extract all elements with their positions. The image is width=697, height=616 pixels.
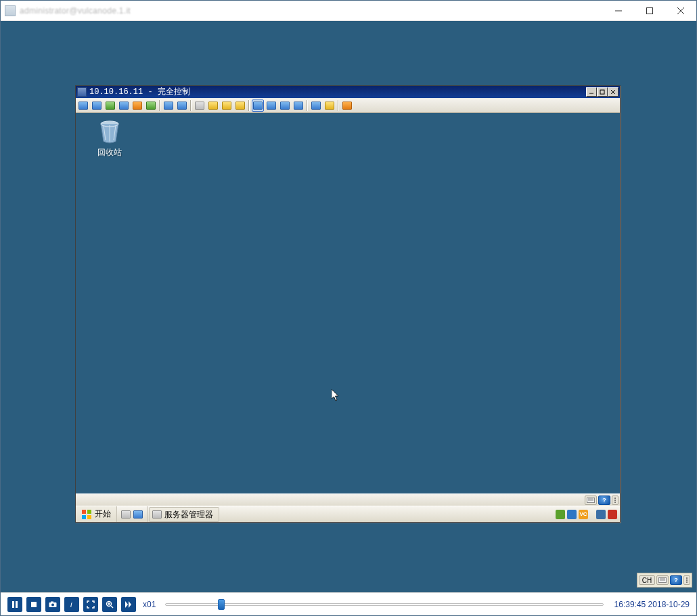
folder-icon[interactable] — [221, 100, 233, 112]
svg-rect-31 — [51, 601, 53, 602]
app-icon — [5, 5, 16, 16]
snapshot-button[interactable] — [45, 597, 60, 612]
progress-slider[interactable] — [165, 598, 603, 611]
options-icon[interactable] — [612, 496, 619, 505]
screen-icon[interactable] — [91, 100, 103, 112]
slider-thumb[interactable] — [218, 599, 225, 610]
taskbar-item[interactable]: 服务器管理器 — [149, 507, 219, 522]
inner-minimize-button[interactable] — [586, 87, 597, 97]
scale-icon[interactable] — [279, 100, 291, 112]
taskbar-item-label: 服务器管理器 — [164, 509, 213, 521]
tray-shield-icon[interactable] — [556, 510, 565, 519]
receive-icon[interactable] — [118, 100, 130, 112]
window-controls — [603, 1, 696, 20]
fullscreen-icon[interactable] — [265, 100, 277, 112]
chat-icon[interactable] — [176, 100, 188, 112]
svg-rect-17 — [87, 510, 91, 514]
phone-icon[interactable] — [162, 100, 175, 112]
stop-button[interactable] — [26, 597, 41, 612]
power-icon[interactable] — [131, 100, 143, 112]
outer-desktop-area: 10.10.16.11 - 完全控制 — [1, 21, 696, 592]
svg-point-30 — [51, 603, 54, 606]
close-button[interactable] — [665, 1, 696, 20]
toolbar-separator — [338, 100, 339, 111]
outer-lang-panel: CH ? — [637, 573, 692, 588]
fast-forward-button[interactable] — [121, 597, 136, 612]
svg-point-14 — [614, 500, 616, 501]
fit-icon[interactable] — [292, 100, 305, 112]
zoom-button[interactable] — [102, 597, 117, 612]
svg-text:i: i — [70, 600, 72, 609]
recycle-bin-glyph — [96, 118, 123, 146]
pause-button[interactable] — [7, 597, 22, 612]
stop-icon[interactable] — [341, 100, 353, 112]
tray-network-icon[interactable] — [567, 510, 577, 519]
svg-rect-27 — [16, 601, 18, 608]
keyboard-icon[interactable] — [585, 496, 597, 505]
desktop-icon[interactable] — [133, 510, 143, 519]
fullscreen-button[interactable] — [83, 597, 98, 612]
tray-alert-icon[interactable] — [608, 510, 617, 519]
quick-launch — [117, 506, 148, 522]
svg-rect-16 — [82, 510, 86, 514]
window-mode-icon[interactable] — [252, 100, 264, 112]
server-manager-icon — [152, 510, 162, 519]
monitor-icon[interactable] — [77, 100, 89, 112]
toolbar-separator — [190, 100, 192, 111]
svg-point-25 — [686, 581, 688, 583]
inner-titlebar[interactable]: 10.10.16.11 - 完全控制 — [76, 86, 620, 98]
svg-point-13 — [614, 498, 616, 499]
inner-close-button[interactable] — [608, 87, 619, 97]
send-icon[interactable] — [104, 100, 116, 112]
inner-maximize-button[interactable] — [597, 87, 608, 97]
clipboard-icon[interactable] — [310, 100, 322, 112]
toolbar-separator — [159, 100, 160, 111]
playback-speed: x01 — [143, 600, 156, 609]
svg-point-15 — [614, 502, 616, 503]
svg-rect-18 — [82, 515, 86, 519]
window-title: administrator@vulcanode.1.it — [20, 6, 603, 16]
application-window: administrator@vulcanode.1.it 10.10.16.11… — [0, 0, 697, 616]
recycle-bin-icon[interactable]: 回收站 — [89, 118, 130, 158]
svg-point-23 — [686, 577, 688, 579]
tray-sound-icon[interactable] — [596, 510, 606, 519]
svg-rect-5 — [600, 90, 604, 94]
minimize-button[interactable] — [603, 1, 634, 20]
recycle-bin-label: 回收站 — [89, 147, 130, 158]
settings-icon[interactable] — [323, 100, 336, 112]
upload-icon[interactable] — [234, 100, 246, 112]
cursor-icon — [332, 389, 340, 401]
remote-taskbar: 开始 服务器管理器 VC — [76, 506, 620, 522]
help-icon[interactable]: ? — [670, 575, 682, 585]
start-button[interactable]: 开始 — [76, 506, 117, 522]
system-tray: VC — [553, 506, 620, 522]
network-icon[interactable] — [207, 100, 219, 112]
inner-window-title: 10.10.16.11 - 完全控制 — [89, 86, 583, 98]
options-icon[interactable] — [683, 575, 690, 585]
language-label: CH — [642, 577, 652, 584]
svg-line-34 — [111, 606, 113, 608]
playback-bar: i x01 16:39:45 2018-10-29 — [1, 592, 696, 615]
remote-desktop[interactable]: 回收站 — [76, 113, 620, 493]
refresh-icon[interactable] — [145, 100, 157, 112]
keyboard-icon[interactable] — [656, 575, 669, 585]
svg-rect-26 — [12, 601, 14, 608]
toolbar-separator — [307, 100, 308, 111]
svg-rect-19 — [87, 515, 91, 519]
svg-rect-1 — [647, 7, 653, 14]
explorer-icon[interactable] — [121, 510, 131, 519]
windows-logo-icon — [81, 509, 92, 520]
language-button[interactable]: CH — [639, 575, 655, 585]
maximize-button[interactable] — [634, 1, 665, 20]
toolbar-separator — [248, 100, 250, 111]
tray-vc-icon[interactable]: VC — [579, 510, 588, 519]
outer-titlebar: administrator@vulcanode.1.it — [1, 1, 696, 21]
svg-point-24 — [686, 579, 688, 581]
svg-rect-28 — [31, 602, 37, 607]
inner-app-icon — [77, 87, 87, 97]
remote-control-window: 10.10.16.11 - 完全控制 — [75, 85, 621, 523]
info-button[interactable]: i — [64, 597, 79, 612]
mouse-icon[interactable] — [194, 100, 206, 112]
help-icon[interactable]: ? — [598, 496, 610, 505]
inner-toolbar — [76, 98, 620, 113]
